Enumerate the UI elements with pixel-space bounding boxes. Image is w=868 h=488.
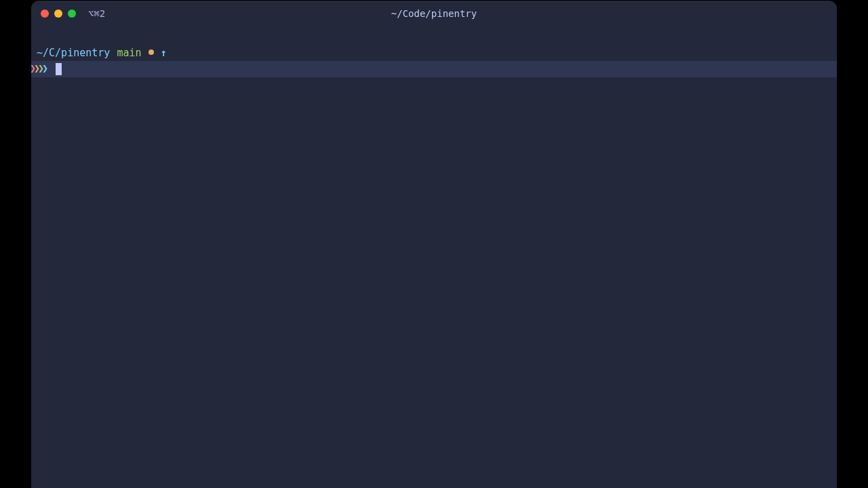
minimize-button[interactable]	[54, 9, 62, 18]
prompt-input-line[interactable]: ❯ ❯ ❯ ❯	[31, 61, 837, 77]
titlebar: ⌥⌘2 ~/Code/pinentry	[31, 1, 837, 26]
git-ahead-icon: ↑	[161, 45, 167, 61]
git-dirty-icon	[149, 49, 154, 55]
prompt-status-line: ~/C/pinentry main ↑	[31, 45, 837, 61]
maximize-button[interactable]	[68, 9, 76, 18]
prompt-chevrons: ❯ ❯ ❯ ❯	[31, 61, 46, 77]
close-button[interactable]	[41, 9, 49, 18]
chevron-icon: ❯	[42, 61, 48, 77]
traffic-lights	[41, 9, 76, 18]
cwd-segment: ~/C/pinentry	[37, 45, 110, 61]
window-title: ~/Code/pinentry	[391, 8, 477, 19]
git-branch-segment: main	[117, 45, 141, 61]
terminal-body[interactable]: ~/C/pinentry main ↑ ❯ ❯ ❯ ❯	[31, 26, 837, 77]
cursor	[56, 63, 62, 75]
tab-indicator: ⌥⌘2	[88, 8, 105, 19]
terminal-window: ⌥⌘2 ~/Code/pinentry ~/C/pinentry main ↑ …	[31, 1, 837, 488]
